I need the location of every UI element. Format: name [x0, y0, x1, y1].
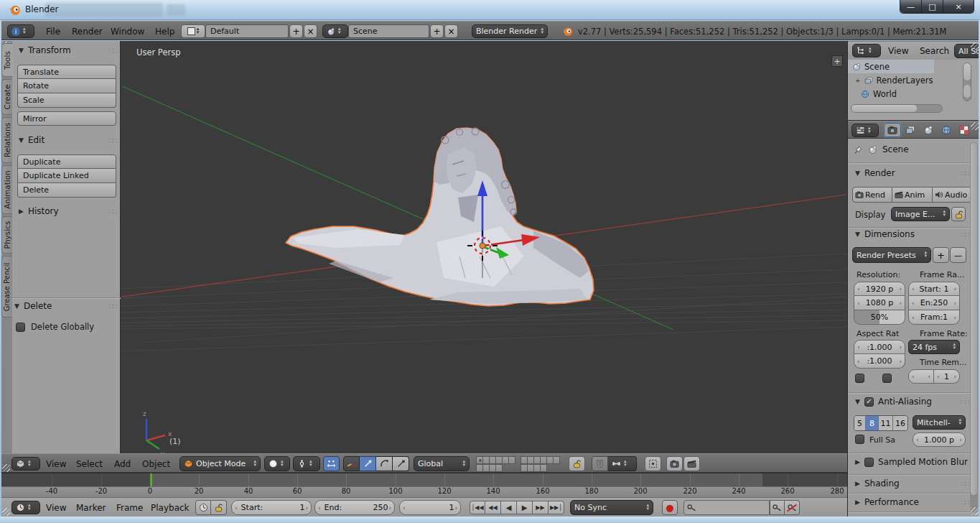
opengl-anim-button[interactable] — [683, 456, 700, 471]
outliner-item-world[interactable]: World — [848, 87, 979, 101]
display-dropdown[interactable]: Image E... ▴▾ — [891, 207, 950, 221]
close-button[interactable]: × — [943, 0, 974, 13]
tab-render[interactable] — [884, 123, 901, 137]
lock-to-scene-button[interactable] — [569, 456, 585, 471]
snap-toggle-button[interactable] — [592, 456, 608, 471]
hscroll-thumb[interactable] — [851, 105, 917, 112]
screen-layout-icon-button[interactable]: ▴▾ — [181, 24, 205, 38]
expand-icon[interactable]: + — [855, 77, 861, 84]
aa-filter-dropdown[interactable]: Mitchell- ▴▾ — [913, 415, 966, 430]
render-anim-button[interactable]: Anim — [892, 187, 933, 203]
vp-menu-select[interactable]: Select — [76, 459, 103, 469]
outliner-item-scene[interactable]: Scene — [848, 60, 934, 73]
outliner-hscrollbar[interactable] — [851, 104, 943, 113]
start-frame-field[interactable]: ‹ Start: 1 › — [231, 500, 312, 515]
render-engine-dropdown[interactable]: Blender Render ▴▾ — [472, 24, 548, 38]
translate-manipulator-button[interactable] — [360, 456, 376, 471]
panel-grip-icon[interactable]: ∷∷ — [108, 136, 116, 144]
sync-dropdown[interactable]: No Sync ▴▾ — [570, 500, 653, 515]
history-panel-header[interactable]: ▶ History ∷∷ — [19, 206, 116, 216]
insert-keyframe-button[interactable] — [770, 500, 785, 515]
shading-dropdown[interactable]: ▴▾ — [264, 456, 290, 471]
menu-file[interactable]: File — [46, 27, 60, 37]
prev-keyframe-button[interactable]: ◀◀ — [485, 501, 501, 514]
corner-grip[interactable] — [971, 122, 979, 130]
layer-cell[interactable] — [508, 456, 515, 464]
info-editor-type-button[interactable]: i ▴▾ — [7, 24, 34, 38]
keying-set-field[interactable] — [683, 500, 770, 515]
aa-sample-5[interactable]: 5 — [854, 416, 866, 430]
scale-manipulator-button[interactable] — [393, 456, 409, 471]
fps-dropdown[interactable]: 24 fps ▴▾ — [908, 340, 960, 354]
resolution-y-field[interactable]: ‹1080 p› — [854, 296, 905, 310]
mirror-button[interactable]: Mirror — [17, 111, 116, 126]
frame-step-field[interactable]: ‹Fram:1› — [908, 310, 960, 325]
resolution-pct-slider[interactable]: 50% — [854, 310, 905, 325]
region-expand-button[interactable]: + — [831, 55, 843, 67]
play-button[interactable]: ▶ — [517, 501, 533, 514]
panel-grip-icon[interactable]: ∷∷ — [108, 208, 116, 216]
tl-menu-playback[interactable]: Playback — [151, 503, 190, 513]
preview-range-button[interactable] — [195, 500, 211, 515]
panel-grip-icon[interactable]: ∷∷ — [961, 398, 969, 406]
manipulate-centers-toggle[interactable] — [323, 456, 340, 471]
panel-grip-icon[interactable]: ∷∷ — [961, 480, 969, 488]
layer-cell[interactable] — [540, 464, 547, 472]
menu-render[interactable]: Render — [72, 27, 103, 37]
rotate-button[interactable]: Rotate — [17, 79, 116, 93]
pin-icon[interactable] — [854, 145, 863, 154]
render-panel-header[interactable]: ▼ Render ∷∷ — [855, 168, 969, 178]
vp-menu-add[interactable]: Add — [114, 459, 131, 469]
vp-menu-view[interactable]: View — [46, 459, 66, 469]
viewport-editor-type-button[interactable]: ▴▾ — [11, 457, 40, 471]
preset-remove-button[interactable]: — — [950, 247, 966, 263]
resolution-x-field[interactable]: ‹1920 p› — [854, 282, 905, 296]
delete-globally-checkbox[interactable] — [16, 323, 25, 332]
anti-aliasing-panel-header[interactable]: ▼ ✓ Anti-Aliasing ∷∷ — [855, 397, 969, 407]
orientation-dropdown[interactable]: Global ▴▾ — [414, 456, 470, 471]
os-titlebar[interactable]: Blender — □ × — [0, 0, 980, 20]
viewport-3d[interactable]: z x y User Persp (1) + — [121, 41, 847, 453]
performance-panel-header[interactable]: ▶ Performance ∷∷ — [855, 497, 969, 507]
outliner-vscrollbar[interactable] — [963, 63, 971, 101]
tl-menu-frame[interactable]: Frame — [116, 503, 143, 513]
layer-cell[interactable] — [495, 464, 503, 472]
corner-grip[interactable] — [971, 42, 979, 50]
time-remap-a-field[interactable]: ‹› — [908, 369, 934, 384]
delete-button[interactable]: Delete — [17, 183, 116, 198]
preset-add-button[interactable]: + — [933, 247, 949, 263]
shelf-tab-animation[interactable]: Animation — [1, 165, 12, 214]
screen-layout-name-field[interactable]: Default — [205, 24, 289, 38]
aa-sample-16[interactable]: 16 — [893, 416, 907, 430]
render-region-button[interactable] — [645, 456, 661, 471]
properties-vscrollbar[interactable] — [970, 142, 978, 513]
panel-grip-icon[interactable]: ∷∷ — [961, 170, 969, 177]
play-reverse-button[interactable]: ◀ — [501, 501, 517, 514]
statue-model[interactable] — [286, 128, 594, 306]
scene-icon-button[interactable]: ▴▾ — [322, 24, 348, 38]
layer-cell[interactable] — [553, 456, 560, 464]
corner-grip[interactable] — [2, 508, 10, 516]
vscroll-thumb2[interactable] — [963, 85, 971, 98]
frame-end-field[interactable]: ‹En:250› — [908, 296, 960, 310]
scene-delete-button[interactable]: × — [444, 24, 458, 38]
end-frame-field[interactable]: ‹ End: 250 › — [314, 500, 395, 515]
translate-button[interactable]: Translate — [17, 65, 116, 79]
duplicate-linked-button[interactable]: Duplicate Linked — [17, 169, 116, 183]
scale-button[interactable]: Scale — [17, 93, 116, 108]
aa-sample-11[interactable]: 11 — [879, 416, 893, 430]
shelf-tab-create[interactable]: Create — [1, 79, 12, 115]
aspect-x-field[interactable]: ‹:1.000› — [854, 340, 905, 354]
shelf-tab-relations[interactable]: Relations — [1, 117, 12, 163]
transform-panel-header[interactable]: ▼ Transform ∷∷ — [19, 45, 116, 55]
viewport-canvas[interactable]: z x y — [121, 41, 847, 453]
render-still-button[interactable]: Rend — [852, 187, 892, 203]
anti-aliasing-checkbox[interactable]: ✓ — [864, 397, 874, 407]
shading-panel-header[interactable]: ▶ Shading ∷∷ — [855, 478, 969, 489]
current-frame-marker[interactable] — [150, 473, 152, 486]
corner-grip[interactable] — [971, 507, 979, 515]
current-frame-field[interactable]: ‹ 1 › — [399, 500, 461, 515]
properties-editor-type-button[interactable]: ▴▾ — [851, 124, 879, 137]
scene-name-field[interactable]: Scene — [348, 24, 429, 38]
tab-world[interactable] — [938, 123, 955, 137]
